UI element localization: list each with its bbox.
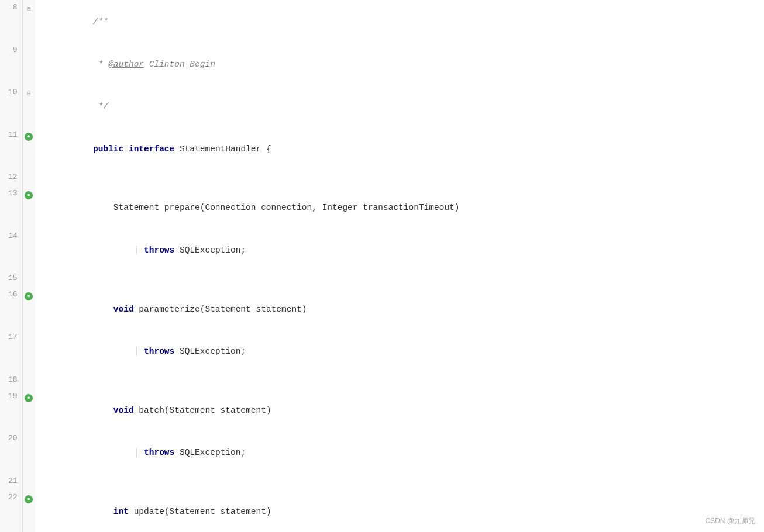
code-text: StatementHandler {: [174, 144, 271, 154]
code-indent: [93, 305, 113, 314]
line-number: 18: [0, 372, 22, 389]
gutter-collapse[interactable]: ⊟: [22, 85, 35, 127]
method-icon[interactable]: ●: [25, 292, 33, 300]
line-number: 17: [0, 330, 22, 372]
code-line: * @author Clinton Begin: [35, 43, 764, 85]
keyword-throws: throws: [144, 246, 174, 255]
table-row: 16 ● void parameterize(Statement stateme…: [0, 287, 764, 330]
keyword-void: void: [113, 406, 134, 415]
line-number: 11: [0, 127, 22, 170]
gutter-empty: [22, 431, 35, 474]
gutter-empty: [22, 474, 35, 490]
code-indent: [93, 448, 134, 457]
code-text: SQLException;: [174, 347, 246, 356]
code-table: 8 ⊟ /** 9 * @author Clinton Begin 10: [0, 0, 764, 532]
code-line: public interface StatementHandler {: [35, 127, 764, 170]
keyword-public: public: [93, 144, 123, 154]
gutter-green[interactable]: ●: [22, 287, 35, 330]
code-line: [35, 474, 764, 490]
table-row: 11 ● public interface StatementHandler {: [0, 127, 764, 170]
code-line: [35, 372, 764, 389]
comment-name: Clinton Begin: [144, 60, 215, 69]
line-number: 13: [0, 186, 22, 229]
method-icon[interactable]: ●: [25, 191, 33, 199]
code-line: int update(Statement statement): [35, 490, 764, 532]
code-line: void batch(Statement statement): [35, 389, 764, 431]
code-line: [35, 271, 764, 287]
table-row: 19 ● void batch(Statement statement): [0, 389, 764, 431]
method-icon[interactable]: ●: [25, 133, 33, 141]
code-line: [35, 170, 764, 186]
line-number: 19: [0, 389, 22, 431]
line-number: 8: [0, 0, 22, 43]
keyword-interface: interface: [129, 144, 174, 154]
gutter-collapse[interactable]: ⊟: [22, 0, 35, 43]
gutter-empty: [22, 271, 35, 287]
code-line: /**: [35, 0, 764, 43]
line-number: 22: [0, 490, 22, 532]
gutter-empty: [22, 330, 35, 372]
table-row: 22 ● int update(Statement statement): [0, 490, 764, 532]
line-number: 21: [0, 474, 22, 490]
table-row: 14 │ throws SQLException;: [0, 229, 764, 271]
code-indent: [93, 347, 134, 356]
code-line: Statement prepare(Connection connection,…: [35, 186, 764, 229]
code-indent: [93, 507, 113, 516]
author-tag: @author: [108, 60, 144, 69]
keyword-throws: throws: [144, 448, 174, 457]
code-indent: [93, 203, 113, 212]
code-line: void parameterize(Statement statement): [35, 287, 764, 330]
line-number: 20: [0, 431, 22, 474]
table-row: 20 │ throws SQLException;: [0, 431, 764, 474]
code-indent: [93, 406, 113, 415]
pipe-char: │: [134, 246, 144, 255]
code-line: │ throws SQLException;: [35, 330, 764, 372]
keyword-void: void: [113, 305, 134, 314]
method-icon[interactable]: ●: [25, 394, 33, 402]
line-number: 9: [0, 43, 22, 85]
table-row: 9 * @author Clinton Begin: [0, 43, 764, 85]
line-number: 16: [0, 287, 22, 330]
gutter-green[interactable]: ●: [22, 389, 35, 431]
collapse-icon[interactable]: ⊟: [27, 89, 30, 99]
table-row: 17 │ throws SQLException;: [0, 330, 764, 372]
gutter-empty: [22, 43, 35, 85]
gutter-empty: [22, 229, 35, 271]
code-text: SQLException;: [174, 448, 246, 457]
gutter-empty: [22, 170, 35, 186]
gutter-empty: [22, 372, 35, 389]
code-line: │ throws SQLException;: [35, 229, 764, 271]
watermark: CSDN @九师兄: [705, 516, 755, 526]
code-text: [123, 144, 129, 154]
gutter-green[interactable]: ●: [22, 490, 35, 532]
code-line: │ throws SQLException;: [35, 431, 764, 474]
table-row: 8 ⊟ /**: [0, 0, 764, 43]
keyword-int: int: [113, 507, 129, 516]
comment-text: /**: [93, 17, 108, 26]
keyword-throws: throws: [144, 347, 174, 356]
code-text: SQLException;: [174, 246, 246, 255]
table-row: 13 ● Statement prepare(Connection connec…: [0, 186, 764, 229]
comment-close: */: [93, 102, 108, 111]
code-viewer: 8 ⊟ /** 9 * @author Clinton Begin 10: [0, 0, 764, 532]
code-text: Statement prepare(Connection connection,…: [113, 203, 460, 212]
code-text: parameterize(Statement statement): [134, 305, 307, 314]
table-row: 10 ⊟ */: [0, 85, 764, 127]
line-number: 14: [0, 229, 22, 271]
comment-star: *: [93, 60, 108, 69]
method-icon[interactable]: ●: [25, 495, 33, 503]
code-indent: [93, 246, 134, 255]
gutter-green[interactable]: ●: [22, 186, 35, 229]
pipe-char: │: [134, 347, 144, 356]
table-row: 12: [0, 170, 764, 186]
gutter-green[interactable]: ●: [22, 127, 35, 170]
table-row: 15: [0, 271, 764, 287]
collapse-icon[interactable]: ⊟: [27, 5, 30, 14]
line-number: 10: [0, 85, 22, 127]
code-text: update(Statement statement): [129, 507, 271, 516]
table-row: 21: [0, 474, 764, 490]
table-row: 18: [0, 372, 764, 389]
code-line: */: [35, 85, 764, 127]
line-number: 15: [0, 271, 22, 287]
line-number: 12: [0, 170, 22, 186]
